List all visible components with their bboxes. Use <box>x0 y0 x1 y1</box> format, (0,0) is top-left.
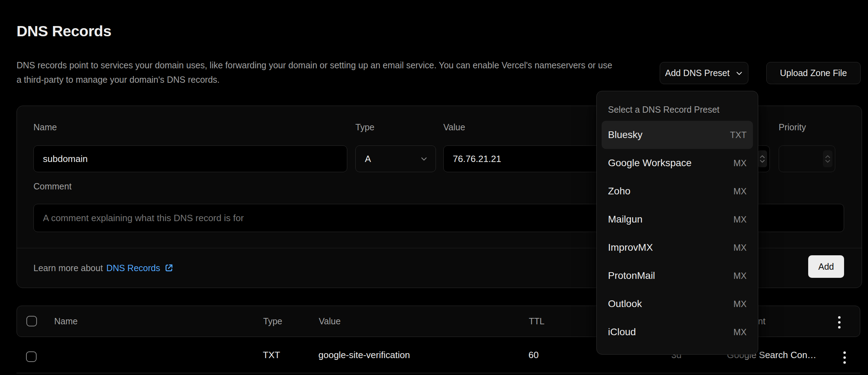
kebab-icon <box>838 316 841 319</box>
dns-records-page: DNS Records DNS records point to service… <box>0 0 868 375</box>
add-dns-preset-button[interactable]: Add DNS Preset <box>660 62 748 84</box>
row-separator <box>17 373 860 373</box>
preset-item-name: Mailgun <box>608 214 642 225</box>
upload-zone-file-label: Upload Zone File <box>780 68 847 78</box>
priority-label: Priority <box>779 122 806 132</box>
page-title: DNS Records <box>17 23 111 40</box>
type-select[interactable]: A <box>355 145 436 172</box>
preset-item-name: iCloud <box>608 326 636 338</box>
preset-item-type: MX <box>734 243 747 253</box>
dns-records-link-label: DNS Records <box>106 263 160 273</box>
row-options-button[interactable] <box>841 349 848 366</box>
preset-menu-item-google-workspace[interactable]: Google Workspace MX <box>602 149 753 177</box>
table-options-button[interactable] <box>836 314 843 331</box>
preset-menu-item-improvmx[interactable]: ImprovMX MX <box>602 233 753 262</box>
dns-records-link[interactable]: DNS Records <box>106 263 174 273</box>
preset-menu-item-outlook[interactable]: Outlook MX <box>602 290 753 318</box>
name-label: Name <box>33 122 57 132</box>
column-header-ttl: TTL <box>529 306 544 337</box>
row-checkbox[interactable] <box>26 351 37 362</box>
preset-item-type: MX <box>734 186 747 196</box>
preset-menu-item-bluesky[interactable]: Bluesky TXT <box>602 121 753 149</box>
preset-item-type: MX <box>734 327 747 337</box>
column-header-type: Type <box>263 306 282 337</box>
number-stepper-icon <box>823 150 832 167</box>
select-all-checkbox[interactable] <box>26 316 37 326</box>
preset-item-name: Google Workspace <box>608 157 692 169</box>
name-input[interactable] <box>33 145 347 172</box>
add-record-button[interactable]: Add <box>808 255 844 278</box>
preset-item-type: MX <box>734 158 747 168</box>
comment-label: Comment <box>33 181 71 192</box>
value-label: Value <box>443 122 465 132</box>
upload-zone-file-button[interactable]: Upload Zone File <box>766 62 861 84</box>
kebab-icon <box>843 351 846 354</box>
preset-item-name: ProtonMail <box>608 270 655 281</box>
cell-value: google-site-verification <box>318 337 410 373</box>
preset-item-name: Bluesky <box>608 129 642 140</box>
type-label: Type <box>355 122 374 132</box>
number-stepper-icon[interactable] <box>758 150 767 167</box>
preset-menu-item-zoho[interactable]: Zoho MX <box>602 177 753 205</box>
preset-item-type: MX <box>734 299 747 309</box>
preset-item-type: MX <box>734 271 747 281</box>
column-header-name: Name <box>54 306 78 337</box>
preset-item-type: MX <box>734 214 747 225</box>
type-select-value: A <box>365 154 371 164</box>
preset-menu-item-mailgun[interactable]: Mailgun MX <box>602 205 753 233</box>
dns-preset-menu: Select a DNS Record Preset Bluesky TXT G… <box>596 91 758 355</box>
external-link-icon <box>164 263 174 273</box>
preset-item-name: Zoho <box>608 186 631 197</box>
preset-menu-item-icloud[interactable]: iCloud MX <box>602 318 753 346</box>
preset-menu-item-protonmail[interactable]: ProtonMail MX <box>602 262 753 290</box>
add-dns-preset-label: Add DNS Preset <box>665 68 729 78</box>
cell-type: TXT <box>263 337 280 373</box>
chevron-down-icon <box>420 155 428 163</box>
chevron-down-icon <box>735 69 743 77</box>
page-description: DNS records point to services your domai… <box>17 58 618 87</box>
cell-ttl: 60 <box>528 337 539 373</box>
preset-item-name: Outlook <box>608 298 642 310</box>
learn-more-prefix: Learn more about <box>33 263 103 273</box>
preset-menu-heading: Select a DNS Record Preset <box>602 96 753 121</box>
preset-item-type: TXT <box>730 130 747 140</box>
preset-item-name: ImprovMX <box>608 242 653 253</box>
column-header-value: Value <box>319 306 341 337</box>
learn-more-text: Learn more about DNS Records <box>33 263 174 273</box>
